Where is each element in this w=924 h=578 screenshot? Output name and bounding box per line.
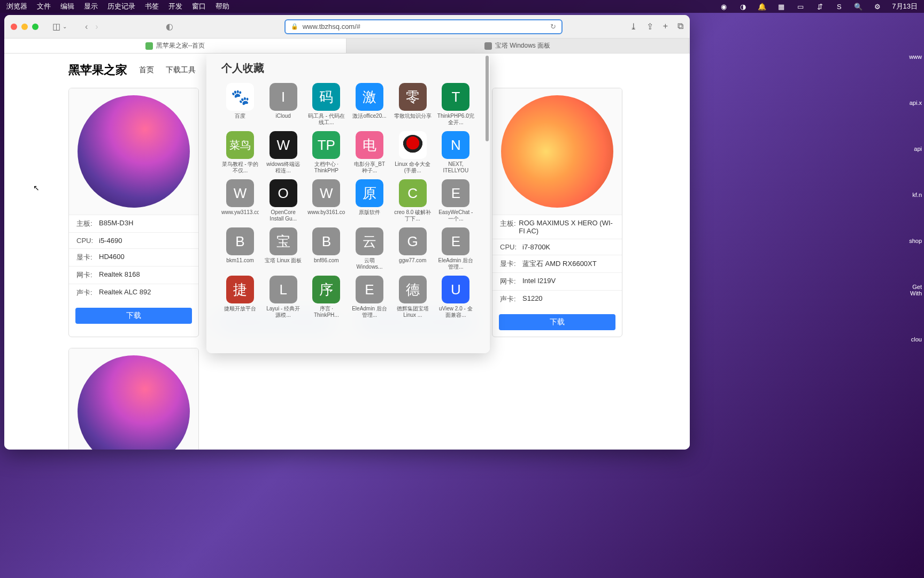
menu-edit[interactable]: 编辑 [60, 2, 74, 11]
favorite-item[interactable]: TThinkPHP6.0完全开... [437, 83, 474, 126]
favorite-label: EasyWeChat - 一个... [437, 209, 474, 222]
close-button[interactable] [11, 24, 17, 30]
favorite-item[interactable]: 零零散坑知识分享 [394, 83, 432, 126]
desktop-file[interactable]: shop [909, 238, 924, 244]
download-button[interactable]: 下载 [75, 308, 192, 324]
favorite-item[interactable]: 宝宝塔 Linux 面板 [265, 227, 302, 270]
favorite-item[interactable]: Bbkm11.com [221, 227, 259, 270]
desktop-file[interactable]: www [909, 54, 924, 60]
favorite-icon: 激 [356, 83, 383, 111]
favorite-icon: W [226, 179, 254, 207]
tab-1[interactable]: 黑苹果之家--首页 [4, 39, 346, 53]
favorite-item[interactable]: EEleAdmin 后台管理... [351, 276, 388, 318]
desktop-file[interactable]: clou [911, 336, 924, 343]
favorite-item[interactable]: EEleAdmin 后台管理... [437, 227, 474, 270]
favorite-item[interactable]: 原原版软件 [351, 179, 388, 222]
url-text: www.tbzhsq.com/# [303, 22, 546, 31]
sidebar-toggle[interactable]: ◫ ⌄ [52, 21, 67, 32]
favorite-label: www.by3161.com [307, 209, 345, 222]
favorite-item[interactable]: Bbnf86.com [307, 227, 345, 270]
tab-favicon [484, 42, 492, 50]
reload-icon[interactable]: ↻ [550, 22, 556, 31]
favorite-item[interactable]: NNEXT, ITELLYOU [437, 131, 474, 174]
favorite-item[interactable]: 🐾百度 [221, 83, 259, 126]
maximize-button[interactable] [32, 24, 38, 30]
favorite-item[interactable]: 序序言 · ThinkPH... [307, 276, 345, 318]
favorite-item[interactable]: OOpenCore Install Gu... [265, 179, 302, 222]
download-icon[interactable]: ⤓ [630, 21, 637, 32]
favorite-item[interactable]: EEasyWeChat - 一个... [437, 179, 474, 222]
privacy-shield-icon[interactable]: ◐ [166, 21, 173, 32]
nav-tools[interactable]: 下载工具 [166, 65, 196, 75]
minimize-button[interactable] [21, 24, 28, 30]
favorite-item[interactable]: Wwww.yw3113.com [221, 179, 259, 222]
scrollbar[interactable] [486, 56, 489, 141]
favorite-item[interactable]: LLayui - 经典开源模... [265, 276, 302, 318]
favorite-item[interactable]: Gggw77.com [394, 227, 432, 270]
favorite-item[interactable]: UuView 2.0 - 全面兼容... [437, 276, 474, 318]
favorite-item[interactable]: Linux 命令大全 (手册... [394, 131, 432, 174]
favorite-item[interactable]: 激激活office20... [351, 83, 388, 126]
favorite-icon: O [270, 179, 297, 207]
favorite-item[interactable]: 菜鸟菜鸟教程 - 学的不仅... [221, 131, 259, 174]
date-label[interactable]: 7月13日 [892, 2, 918, 11]
desktop-file[interactable]: kf.n [912, 192, 924, 198]
new-tab-icon[interactable]: + [663, 21, 668, 32]
menu-history[interactable]: 历史记录 [107, 2, 135, 11]
favorite-item[interactable]: 捷捷顺开放平台 [221, 276, 259, 318]
menu-window[interactable]: 窗口 [192, 2, 206, 11]
app-icon[interactable]: ▦ [776, 2, 786, 11]
desktop-file[interactable]: api [914, 146, 924, 152]
notification-icon[interactable]: 🔔 [757, 2, 767, 11]
tab-2[interactable]: 宝塔 Windows 面板 [346, 39, 689, 53]
favorite-icon: W [270, 131, 297, 159]
hackintosh-card: 主板:B85M-D3H CPU:i5-4690 显卡:HD4600 网卡:Rea… [68, 88, 199, 337]
favorite-icon: 零 [399, 83, 427, 111]
window-controls [11, 24, 38, 30]
share-icon[interactable]: ⇪ [646, 21, 653, 32]
favorite-item[interactable]: Ccreo 8.0 破解补丁下... [394, 179, 432, 222]
favorite-label: 菜鸟教程 - 学的不仅... [221, 161, 259, 174]
spec-label: 网卡: [500, 277, 522, 286]
favorite-item[interactable]: Wwww.by3161.com [307, 179, 345, 222]
tabs-overview-icon[interactable]: ⧉ [677, 21, 683, 32]
favorites-dropdown: 个人收藏 🐾百度IiCloud码码工具 - 代码在线工...激激活office2… [206, 54, 490, 353]
battery-icon[interactable]: ▭ [796, 2, 805, 11]
sogou-icon[interactable]: S [834, 2, 844, 11]
menu-view[interactable]: 显示 [84, 2, 98, 11]
favorite-item[interactable]: 云云萌 Windows... [351, 227, 388, 270]
menu-help[interactable]: 帮助 [215, 2, 229, 11]
record-icon[interactable]: ◉ [719, 2, 728, 11]
spotlight-icon[interactable]: 🔍 [853, 2, 863, 11]
control-center-icon[interactable]: ⚙ [873, 2, 882, 11]
nav-home[interactable]: 首页 [139, 65, 154, 75]
menu-app[interactable]: 浏览器 [6, 2, 27, 11]
favorite-item[interactable]: IiCloud [265, 83, 302, 126]
favorite-icon: B [312, 227, 340, 255]
desktop-file[interactable]: api.x [910, 100, 924, 106]
back-button[interactable]: ‹ [85, 22, 88, 32]
download-button[interactable]: 下载 [499, 314, 615, 330]
lock-icon: 🔒 [291, 23, 298, 30]
favorite-icon: 🐾 [226, 83, 254, 111]
input-icon[interactable]: ⇵ [815, 2, 825, 11]
menu-develop[interactable]: 开发 [168, 2, 182, 11]
tab-title: 宝塔 Windows 面板 [495, 41, 550, 50]
address-bar[interactable]: 🔒 www.tbzhsq.com/# ↻ [284, 19, 563, 34]
spec-value: HD4600 [99, 253, 125, 262]
favorite-item[interactable]: 码码工具 - 代码在线工... [307, 83, 345, 126]
menu-file[interactable]: 文件 [37, 2, 51, 11]
favorite-item[interactable]: 德德辉集团宝塔 Linux ... [394, 276, 432, 318]
forward-button[interactable]: › [95, 22, 98, 32]
wechat-icon[interactable]: ◑ [738, 2, 748, 11]
favorite-item[interactable]: Wwidows终端远程连... [265, 131, 302, 174]
favorite-label: uView 2.0 - 全面兼容... [437, 306, 474, 318]
wallpaper-ventura [501, 95, 613, 208]
favorite-item[interactable]: 电电影分享_BT 种子... [351, 131, 388, 174]
favorite-label: 百度 [221, 113, 259, 126]
menu-bookmarks[interactable]: 书签 [145, 2, 159, 11]
favorite-label: 云萌 Windows... [351, 257, 388, 270]
favorite-item[interactable]: TP文档中心 · ThinkPHP [307, 131, 345, 174]
desktop-file[interactable]: Get With [910, 284, 924, 296]
favorite-icon: 捷 [226, 276, 254, 303]
